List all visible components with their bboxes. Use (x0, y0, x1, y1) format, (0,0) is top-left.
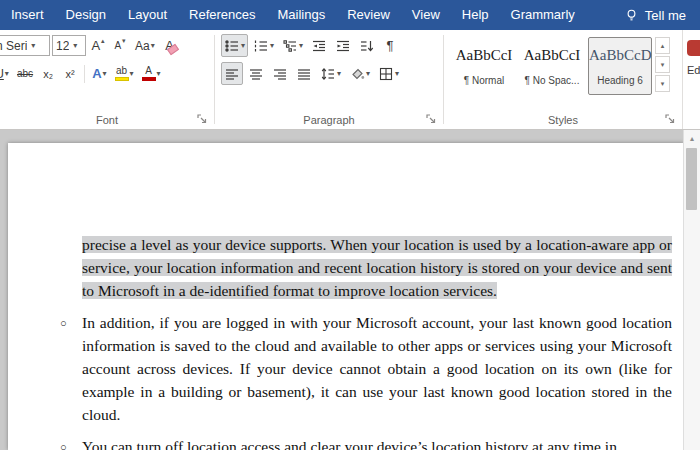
tab-insert[interactable]: Insert (0, 0, 55, 30)
chevron-down-icon: ▾ (299, 42, 303, 50)
chevron-down-icon[interactable]: ▾ (31, 42, 35, 50)
change-case-button[interactable]: Aa ▾ (132, 34, 158, 57)
font-name-value: n Seri (0, 39, 27, 53)
paragraph-group: ▾ ▾ (215, 30, 443, 129)
align-center-icon (248, 66, 264, 82)
align-right-button[interactable] (269, 62, 291, 85)
up-caret-icon: ▴ (101, 37, 105, 45)
sort-button[interactable] (356, 34, 378, 57)
numbering-icon (253, 38, 269, 54)
shading-button[interactable]: ▾ (346, 62, 373, 85)
strikethrough-label: abc (17, 68, 33, 79)
multilevel-list-button[interactable]: ▾ (279, 34, 306, 57)
font-color-button[interactable]: A ▾ (139, 62, 164, 85)
paint-bucket-icon (349, 66, 365, 82)
underline-letter: U (0, 67, 4, 81)
highlight-color-button[interactable]: ab ▾ (112, 62, 137, 85)
tab-help[interactable]: Help (451, 0, 500, 30)
show-paragraph-marks-button[interactable]: ¶ (380, 34, 400, 57)
bullets-button[interactable]: ▾ (221, 34, 248, 57)
lightbulb-icon (624, 8, 639, 23)
tab-review[interactable]: Review (336, 0, 401, 30)
document-page[interactable]: precise a level as your device supports.… (8, 143, 684, 450)
tab-design[interactable]: Design (55, 0, 117, 30)
multilevel-list-icon (282, 38, 298, 54)
sort-icon (359, 38, 375, 54)
styles-scroll-up-button[interactable]: ▴ (655, 37, 670, 54)
font-size-select[interactable]: 12 ▾ (52, 35, 86, 56)
tab-grammarly[interactable]: Grammarly (500, 0, 586, 30)
chevron-down-icon: ▾ (270, 42, 274, 50)
font-group: n Seri ▾ 12 ▾ A ▴ A ▾ Aa ▾ (0, 30, 214, 129)
superscript-button[interactable]: x² (60, 62, 80, 85)
text-effects-letter: A (92, 66, 101, 81)
decrease-indent-icon (311, 38, 327, 54)
list-item[interactable]: ○ In addition, if you are logged in with… (82, 311, 672, 426)
chevron-down-icon: ▾ (5, 70, 9, 78)
editor-icon (687, 40, 700, 56)
shrink-font-letter: A (114, 40, 121, 51)
decrease-indent-button[interactable] (308, 34, 330, 57)
bullet-marker-icon: ○ (60, 312, 67, 335)
styles-dialog-launcher[interactable] (665, 112, 679, 126)
tab-layout[interactable]: Layout (117, 0, 178, 30)
tell-me-label: Tell me (645, 8, 686, 23)
pilcrow-icon: ¶ (387, 38, 394, 53)
scrollbar-thumb[interactable] (686, 148, 697, 210)
chevron-down-icon[interactable]: ▾ (73, 42, 77, 50)
style-preview: AaBbCcD (589, 47, 651, 64)
numbering-button[interactable]: ▾ (250, 34, 277, 57)
borders-button[interactable]: ▾ (375, 62, 402, 85)
styles-scroll-down-button[interactable]: ▾ (655, 56, 670, 73)
align-left-icon (224, 66, 240, 82)
list-item[interactable]: ○ You can turn off location access and c… (82, 435, 672, 450)
styles-more-button[interactable]: ▾ (655, 75, 670, 92)
grow-font-button[interactable]: A ▴ (88, 34, 108, 57)
style-heading-6[interactable]: AaBbCcD Heading 6 (588, 37, 652, 95)
clear-formatting-button[interactable]: A (160, 34, 180, 57)
font-color-swatch (142, 77, 156, 81)
grow-font-letter: A (91, 38, 100, 53)
bullet-marker-icon: ○ (60, 436, 67, 450)
paragraph-group-label: Paragraph (215, 114, 443, 126)
superscript-label: x² (66, 68, 75, 80)
tab-view[interactable]: View (401, 0, 451, 30)
separator (84, 65, 85, 83)
chevron-down-icon: ▾ (130, 70, 134, 78)
font-group-label: Font (0, 114, 214, 126)
tab-mailings[interactable]: Mailings (267, 0, 337, 30)
editor-button[interactable]: Ed (682, 30, 700, 129)
align-center-button[interactable] (245, 62, 267, 85)
font-dialog-launcher[interactable] (197, 112, 211, 126)
text-effects-button[interactable]: A ▾ (89, 62, 109, 85)
style-normal[interactable]: AaBbCcI ¶ Normal (452, 37, 516, 95)
chevron-down-icon: ▾ (366, 70, 370, 78)
chevron-down-icon: ▾ (157, 70, 161, 78)
subscript-button[interactable]: x₂ (38, 62, 58, 85)
strikethrough-button[interactable]: abc (14, 62, 36, 85)
vertical-scrollbar[interactable]: ▴ (683, 130, 700, 450)
change-case-label: Aa (135, 39, 150, 53)
paragraph-selected[interactable]: precise a level as your device supports.… (82, 233, 672, 302)
justify-icon (296, 66, 312, 82)
borders-grid-icon (378, 66, 394, 82)
chevron-down-icon: ▾ (337, 70, 341, 78)
underline-button[interactable]: U ▾ (0, 62, 12, 85)
scroll-up-arrow[interactable]: ▴ (684, 130, 700, 146)
list-item-text: You can turn off location access and cle… (82, 438, 617, 450)
styles-gallery-scroll: ▴ ▾ ▾ (655, 37, 670, 95)
paragraph-dialog-launcher[interactable] (426, 112, 440, 126)
align-right-icon (272, 66, 288, 82)
increase-indent-button[interactable] (332, 34, 354, 57)
tab-references[interactable]: References (178, 0, 266, 30)
style-no-spacing[interactable]: AaBbCcI ¶ No Spac... (520, 37, 584, 95)
align-left-button[interactable] (221, 62, 243, 85)
highlight-label: ab (116, 66, 127, 76)
font-name-select[interactable]: n Seri ▾ (0, 35, 50, 56)
shrink-font-button[interactable]: A ▾ (110, 34, 130, 57)
tell-me-button[interactable]: Tell me (624, 8, 686, 23)
font-color-letter: A (145, 66, 152, 76)
line-spacing-button[interactable]: ▾ (317, 62, 344, 85)
font-size-value: 12 (56, 39, 69, 53)
justify-button[interactable] (293, 62, 315, 85)
